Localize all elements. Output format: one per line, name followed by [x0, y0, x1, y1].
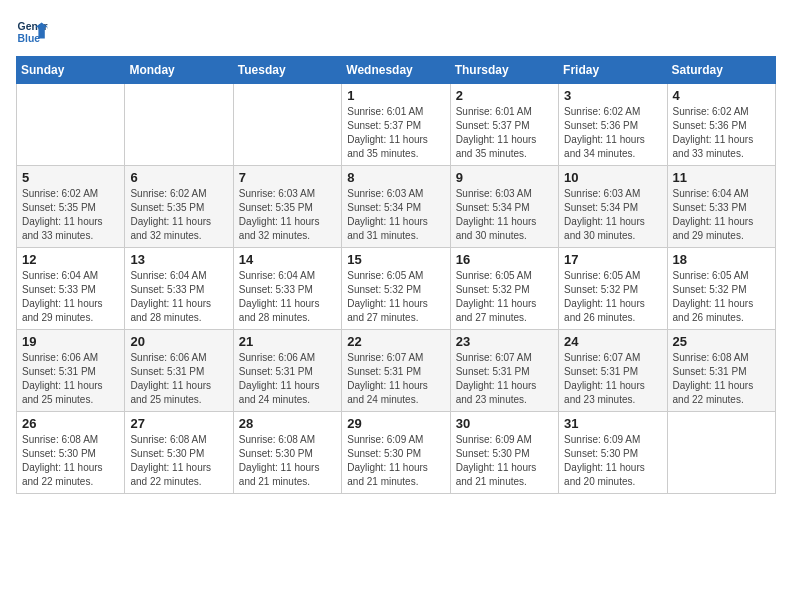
day-number: 21: [239, 334, 336, 349]
day-number: 20: [130, 334, 227, 349]
day-info: Sunrise: 6:02 AM Sunset: 5:36 PM Dayligh…: [564, 105, 661, 161]
day-number: 27: [130, 416, 227, 431]
calendar-cell: [17, 84, 125, 166]
day-info: Sunrise: 6:03 AM Sunset: 5:34 PM Dayligh…: [564, 187, 661, 243]
calendar-cell: 22Sunrise: 6:07 AM Sunset: 5:31 PM Dayli…: [342, 330, 450, 412]
day-info: Sunrise: 6:02 AM Sunset: 5:35 PM Dayligh…: [130, 187, 227, 243]
day-info: Sunrise: 6:03 AM Sunset: 5:35 PM Dayligh…: [239, 187, 336, 243]
day-info: Sunrise: 6:08 AM Sunset: 5:30 PM Dayligh…: [130, 433, 227, 489]
calendar-cell: 24Sunrise: 6:07 AM Sunset: 5:31 PM Dayli…: [559, 330, 667, 412]
day-number: 24: [564, 334, 661, 349]
day-number: 18: [673, 252, 770, 267]
day-number: 7: [239, 170, 336, 185]
calendar-cell: 19Sunrise: 6:06 AM Sunset: 5:31 PM Dayli…: [17, 330, 125, 412]
calendar-cell: 10Sunrise: 6:03 AM Sunset: 5:34 PM Dayli…: [559, 166, 667, 248]
weekday-header-thursday: Thursday: [450, 57, 558, 84]
day-info: Sunrise: 6:06 AM Sunset: 5:31 PM Dayligh…: [130, 351, 227, 407]
calendar-cell: 27Sunrise: 6:08 AM Sunset: 5:30 PM Dayli…: [125, 412, 233, 494]
day-number: 31: [564, 416, 661, 431]
day-info: Sunrise: 6:01 AM Sunset: 5:37 PM Dayligh…: [456, 105, 553, 161]
day-number: 8: [347, 170, 444, 185]
day-number: 25: [673, 334, 770, 349]
calendar-cell: 30Sunrise: 6:09 AM Sunset: 5:30 PM Dayli…: [450, 412, 558, 494]
day-number: 26: [22, 416, 119, 431]
logo: General Blue: [16, 16, 48, 48]
calendar-cell: [667, 412, 775, 494]
day-number: 9: [456, 170, 553, 185]
day-number: 10: [564, 170, 661, 185]
day-number: 1: [347, 88, 444, 103]
day-number: 15: [347, 252, 444, 267]
logo-icon: General Blue: [16, 16, 48, 48]
day-info: Sunrise: 6:04 AM Sunset: 5:33 PM Dayligh…: [239, 269, 336, 325]
day-number: 23: [456, 334, 553, 349]
calendar-cell: 14Sunrise: 6:04 AM Sunset: 5:33 PM Dayli…: [233, 248, 341, 330]
day-info: Sunrise: 6:05 AM Sunset: 5:32 PM Dayligh…: [673, 269, 770, 325]
day-number: 19: [22, 334, 119, 349]
day-info: Sunrise: 6:08 AM Sunset: 5:30 PM Dayligh…: [239, 433, 336, 489]
day-info: Sunrise: 6:07 AM Sunset: 5:31 PM Dayligh…: [564, 351, 661, 407]
day-info: Sunrise: 6:09 AM Sunset: 5:30 PM Dayligh…: [347, 433, 444, 489]
calendar-cell: 8Sunrise: 6:03 AM Sunset: 5:34 PM Daylig…: [342, 166, 450, 248]
day-number: 17: [564, 252, 661, 267]
calendar-cell: [125, 84, 233, 166]
day-info: Sunrise: 6:04 AM Sunset: 5:33 PM Dayligh…: [22, 269, 119, 325]
day-number: 22: [347, 334, 444, 349]
calendar-cell: 4Sunrise: 6:02 AM Sunset: 5:36 PM Daylig…: [667, 84, 775, 166]
day-info: Sunrise: 6:05 AM Sunset: 5:32 PM Dayligh…: [456, 269, 553, 325]
weekday-header-monday: Monday: [125, 57, 233, 84]
weekday-header-wednesday: Wednesday: [342, 57, 450, 84]
day-number: 14: [239, 252, 336, 267]
calendar-cell: 6Sunrise: 6:02 AM Sunset: 5:35 PM Daylig…: [125, 166, 233, 248]
svg-text:Blue: Blue: [18, 33, 41, 44]
calendar-cell: 9Sunrise: 6:03 AM Sunset: 5:34 PM Daylig…: [450, 166, 558, 248]
day-info: Sunrise: 6:02 AM Sunset: 5:35 PM Dayligh…: [22, 187, 119, 243]
calendar-cell: 12Sunrise: 6:04 AM Sunset: 5:33 PM Dayli…: [17, 248, 125, 330]
day-info: Sunrise: 6:06 AM Sunset: 5:31 PM Dayligh…: [239, 351, 336, 407]
calendar-cell: 26Sunrise: 6:08 AM Sunset: 5:30 PM Dayli…: [17, 412, 125, 494]
day-number: 30: [456, 416, 553, 431]
weekday-header-row: SundayMondayTuesdayWednesdayThursdayFrid…: [17, 57, 776, 84]
calendar-week-4: 19Sunrise: 6:06 AM Sunset: 5:31 PM Dayli…: [17, 330, 776, 412]
day-number: 13: [130, 252, 227, 267]
calendar-week-2: 5Sunrise: 6:02 AM Sunset: 5:35 PM Daylig…: [17, 166, 776, 248]
day-info: Sunrise: 6:07 AM Sunset: 5:31 PM Dayligh…: [456, 351, 553, 407]
day-info: Sunrise: 6:08 AM Sunset: 5:31 PM Dayligh…: [673, 351, 770, 407]
day-number: 6: [130, 170, 227, 185]
day-info: Sunrise: 6:08 AM Sunset: 5:30 PM Dayligh…: [22, 433, 119, 489]
calendar-cell: 20Sunrise: 6:06 AM Sunset: 5:31 PM Dayli…: [125, 330, 233, 412]
calendar-cell: 28Sunrise: 6:08 AM Sunset: 5:30 PM Dayli…: [233, 412, 341, 494]
calendar-cell: 23Sunrise: 6:07 AM Sunset: 5:31 PM Dayli…: [450, 330, 558, 412]
calendar-cell: 5Sunrise: 6:02 AM Sunset: 5:35 PM Daylig…: [17, 166, 125, 248]
day-info: Sunrise: 6:05 AM Sunset: 5:32 PM Dayligh…: [347, 269, 444, 325]
day-info: Sunrise: 6:09 AM Sunset: 5:30 PM Dayligh…: [564, 433, 661, 489]
calendar-week-3: 12Sunrise: 6:04 AM Sunset: 5:33 PM Dayli…: [17, 248, 776, 330]
calendar-cell: 21Sunrise: 6:06 AM Sunset: 5:31 PM Dayli…: [233, 330, 341, 412]
calendar-cell: 17Sunrise: 6:05 AM Sunset: 5:32 PM Dayli…: [559, 248, 667, 330]
day-info: Sunrise: 6:04 AM Sunset: 5:33 PM Dayligh…: [130, 269, 227, 325]
day-number: 11: [673, 170, 770, 185]
page-header: General Blue: [16, 16, 776, 48]
calendar-cell: 29Sunrise: 6:09 AM Sunset: 5:30 PM Dayli…: [342, 412, 450, 494]
day-number: 28: [239, 416, 336, 431]
day-info: Sunrise: 6:01 AM Sunset: 5:37 PM Dayligh…: [347, 105, 444, 161]
calendar-week-1: 1Sunrise: 6:01 AM Sunset: 5:37 PM Daylig…: [17, 84, 776, 166]
calendar-cell: 16Sunrise: 6:05 AM Sunset: 5:32 PM Dayli…: [450, 248, 558, 330]
day-number: 3: [564, 88, 661, 103]
weekday-header-saturday: Saturday: [667, 57, 775, 84]
calendar-cell: 18Sunrise: 6:05 AM Sunset: 5:32 PM Dayli…: [667, 248, 775, 330]
day-info: Sunrise: 6:03 AM Sunset: 5:34 PM Dayligh…: [347, 187, 444, 243]
weekday-header-friday: Friday: [559, 57, 667, 84]
calendar-cell: [233, 84, 341, 166]
calendar-cell: 31Sunrise: 6:09 AM Sunset: 5:30 PM Dayli…: [559, 412, 667, 494]
day-number: 16: [456, 252, 553, 267]
calendar-cell: 13Sunrise: 6:04 AM Sunset: 5:33 PM Dayli…: [125, 248, 233, 330]
calendar-week-5: 26Sunrise: 6:08 AM Sunset: 5:30 PM Dayli…: [17, 412, 776, 494]
day-info: Sunrise: 6:02 AM Sunset: 5:36 PM Dayligh…: [673, 105, 770, 161]
day-number: 12: [22, 252, 119, 267]
calendar-table: SundayMondayTuesdayWednesdayThursdayFrid…: [16, 56, 776, 494]
calendar-cell: 11Sunrise: 6:04 AM Sunset: 5:33 PM Dayli…: [667, 166, 775, 248]
calendar-cell: 25Sunrise: 6:08 AM Sunset: 5:31 PM Dayli…: [667, 330, 775, 412]
day-info: Sunrise: 6:05 AM Sunset: 5:32 PM Dayligh…: [564, 269, 661, 325]
day-number: 2: [456, 88, 553, 103]
